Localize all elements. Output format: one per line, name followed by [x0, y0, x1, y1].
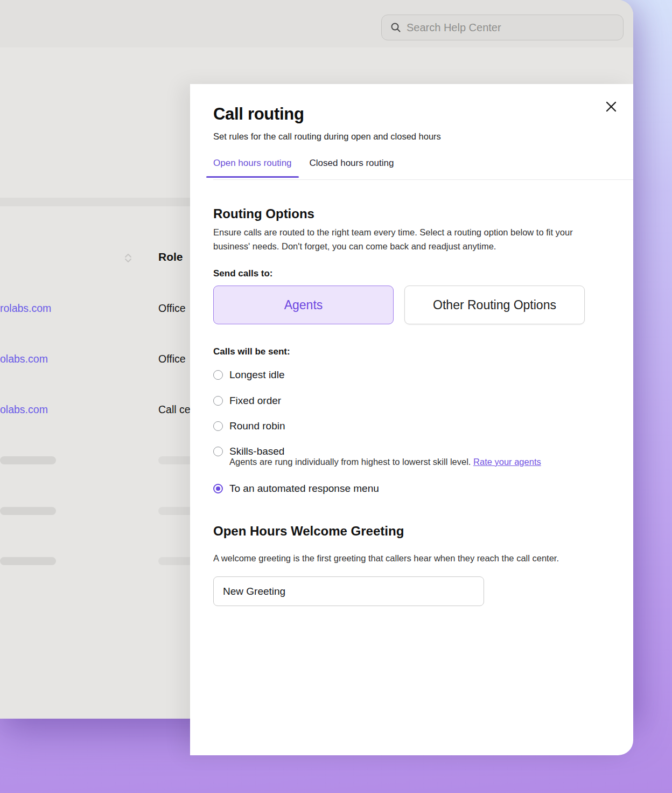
agents-segment-button[interactable]: Agents: [213, 286, 394, 324]
tab-closed-hours-routing[interactable]: Closed hours routing: [310, 158, 394, 178]
radio-label: Round robin: [229, 419, 285, 433]
other-routing-options-segment-button[interactable]: Other Routing Options: [404, 286, 585, 324]
search-icon: [390, 22, 401, 33]
radio-circle-icon: [213, 370, 223, 380]
table-cell-role: Call ce: [158, 402, 191, 416]
call-routing-panel: Call routing Set rules for the call rout…: [190, 84, 633, 755]
routing-options-description: Ensure calls are routed to the right tea…: [213, 225, 585, 253]
radio-circle-icon: [213, 447, 223, 456]
tab-divider: [213, 179, 633, 180]
radio-label: Longest idle: [229, 368, 284, 382]
greeting-name-input[interactable]: [213, 576, 484, 606]
close-icon[interactable]: [604, 99, 619, 114]
up-down-chevrons-icon[interactable]: [123, 253, 133, 263]
page-subtitle: Set rules for the call routing during op…: [213, 131, 441, 142]
skills-based-description-text: Agents are rung individually from highes…: [229, 457, 471, 467]
app-header: [0, 0, 633, 47]
section-divider: [0, 198, 191, 206]
table-cell-role: Office: [158, 352, 186, 366]
open-hours-welcome-greeting-heading: Open Hours Welcome Greeting: [213, 524, 404, 539]
skills-based-description: Agents are rung individually from highes…: [229, 457, 541, 467]
radio-longest-idle[interactable]: Longest idle: [213, 368, 284, 382]
skeleton-bar: [0, 557, 56, 565]
email-link[interactable]: olabs.com: [0, 352, 48, 366]
radio-label: Fixed order: [229, 394, 281, 408]
radio-round-robin[interactable]: Round robin: [213, 419, 285, 433]
email-link[interactable]: rolabs.com: [0, 301, 51, 315]
send-calls-segment-group: Agents Other Routing Options: [213, 286, 585, 324]
radio-circle-icon: [213, 396, 223, 406]
email-link[interactable]: olabs.com: [0, 402, 48, 416]
tab-bar: Open hours routing Closed hours routing: [213, 158, 394, 178]
search-input[interactable]: [407, 22, 614, 34]
page-title: Call routing: [213, 105, 304, 124]
routing-options-heading: Routing Options: [213, 206, 314, 221]
table-cell-role: Office: [158, 301, 186, 315]
tab-open-hours-routing[interactable]: Open hours routing: [213, 158, 292, 178]
radio-label: To an automated response menu: [229, 482, 379, 496]
radio-circle-icon: [213, 484, 223, 493]
skeleton-bar: [0, 507, 56, 515]
calls-will-be-sent-label: Calls will be sent:: [213, 346, 290, 357]
radio-automated-response-menu[interactable]: To an automated response menu: [213, 482, 379, 496]
page-background: Role rolabs.com Office olabs.com Office …: [0, 0, 672, 793]
column-header-role: Role: [158, 251, 183, 263]
help-search[interactable]: [381, 15, 624, 40]
radio-circle-icon: [213, 421, 223, 431]
welcome-greeting-description: A welcome greeting is the first greeting…: [213, 551, 612, 565]
rate-your-agents-link[interactable]: Rate your agents: [473, 457, 541, 467]
skeleton-bar: [0, 456, 56, 464]
radio-fixed-order[interactable]: Fixed order: [213, 394, 281, 408]
send-calls-to-label: Send calls to:: [213, 268, 273, 279]
